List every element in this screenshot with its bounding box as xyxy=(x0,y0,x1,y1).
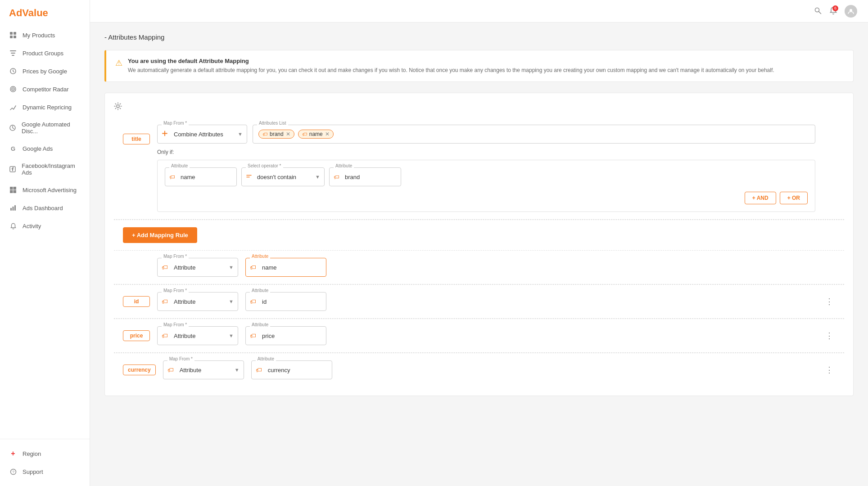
dropdown-arrow-title: ▼ xyxy=(238,131,243,137)
map-from-field-title: Map From * Combine Attributes ▼ xyxy=(157,125,247,144)
google-auto-icon xyxy=(9,124,16,132)
attribute-input-id[interactable]: 🏷 id xyxy=(245,292,326,311)
title-fields-row: Map From * Combine Attributes ▼ xyxy=(157,125,815,144)
operator-arrow: ▼ xyxy=(315,174,320,180)
and-button[interactable]: + AND xyxy=(745,192,776,204)
attribute-input-currency[interactable]: 🏷 currency xyxy=(251,360,332,379)
combine-icon xyxy=(162,130,168,138)
more-button-id[interactable]: ⋮ xyxy=(823,295,835,308)
attribute-input-price[interactable]: 🏷 price xyxy=(245,326,326,345)
map-from-select-currency[interactable]: 🏷 Attribute ▼ xyxy=(163,360,244,379)
svg-rect-10 xyxy=(10,187,13,190)
sidebar-item-support[interactable]: ? Support xyxy=(0,463,90,481)
gear-row xyxy=(114,102,844,112)
attribute-field-currency: Attribute 🏷 currency xyxy=(251,360,332,379)
condition-row: Attribute 🏷 name Select operator * xyxy=(165,167,808,186)
chip-brand-label: brand xyxy=(270,131,284,137)
sidebar-item-google-automated[interactable]: Google Automated Disc... xyxy=(0,116,90,140)
map-from-field-unnamed: Map From * 🏷 Attribute ▼ xyxy=(157,258,238,277)
condition-attr2-label: Attribute xyxy=(334,163,354,168)
sidebar-item-google-ads[interactable]: G Google Ads xyxy=(0,140,90,158)
attribute-value-currency: currency xyxy=(268,367,290,374)
svg-text:?: ? xyxy=(12,470,14,474)
svg-rect-15 xyxy=(13,207,14,211)
svg-rect-2 xyxy=(10,36,13,38)
chip-name: 🏷 name ✕ xyxy=(298,130,334,139)
sidebar-label-prices-by-google: Prices by Google xyxy=(23,68,67,75)
attribute-input-unnamed[interactable]: 🏷 name xyxy=(245,258,326,277)
settings-button[interactable] xyxy=(114,102,122,112)
more-button-currency[interactable]: ⋮ xyxy=(823,363,835,377)
key-icon[interactable] xyxy=(814,6,822,16)
sidebar-item-product-groups[interactable]: Product Groups xyxy=(0,44,90,62)
map-from-select-price[interactable]: 🏷 Attribute ▼ xyxy=(157,326,238,345)
attribute-field-price: Attribute 🏷 price xyxy=(245,326,326,345)
sidebar-item-activity[interactable]: Activity xyxy=(0,217,90,235)
map-from-label-id: Map From * xyxy=(162,288,189,293)
map-from-value-title: Combine Attributes xyxy=(174,131,223,138)
map-from-value-currency: Attribute xyxy=(180,367,201,374)
or-button[interactable]: + OR xyxy=(780,192,808,204)
attribute-label-currency: Attribute xyxy=(256,356,276,361)
radar-icon xyxy=(9,85,17,93)
svg-point-7 xyxy=(13,89,14,90)
sidebar-label-google-automated: Google Automated Disc... xyxy=(22,121,81,135)
sidebar-label-support: Support xyxy=(23,468,43,475)
price-tag: price xyxy=(123,330,150,341)
condition-attr1-input[interactable]: 🏷 name xyxy=(165,167,237,186)
title-mapping-section: title Map From * Combine Attributes xyxy=(114,117,844,220)
tag-icon-id: 🏷 xyxy=(162,298,168,305)
filter-icon xyxy=(9,49,17,57)
sidebar-item-region[interactable]: + Region xyxy=(0,445,90,463)
microsoft-icon xyxy=(9,186,17,194)
map-from-field-price: Map From * 🏷 Attribute ▼ xyxy=(157,326,238,345)
sidebar-bottom: + Region ? Support xyxy=(0,439,90,486)
sidebar-label-microsoft-advertising: Microsoft Advertising xyxy=(23,187,77,194)
tag-icon-attr-unnamed: 🏷 xyxy=(250,264,256,271)
dashboard-icon xyxy=(9,204,17,212)
logo: AdValue xyxy=(0,0,90,26)
tag-chip-icon-name: 🏷 xyxy=(302,131,307,137)
chip-brand-close[interactable]: ✕ xyxy=(286,131,290,137)
id-mapping-row: id Map From * 🏷 Attribute ▼ Attribute 🏷 … xyxy=(114,285,844,319)
condition-attr2-input[interactable]: 🏷 brand xyxy=(329,167,401,186)
banner-content: You are using the default Attribute Mapp… xyxy=(128,58,774,74)
map-from-select-unnamed[interactable]: 🏷 Attribute ▼ xyxy=(157,258,238,277)
svg-rect-1 xyxy=(14,32,16,35)
sidebar-item-facebook-ads[interactable]: Facebook/Instagram Ads xyxy=(0,158,90,181)
notification-icon[interactable]: 6 xyxy=(829,6,837,16)
operator-value: doesn't contain xyxy=(257,174,296,180)
tag-icon-currency: 🏷 xyxy=(167,366,174,374)
map-from-value-unnamed: Attribute xyxy=(174,264,195,271)
tag-icon-attr-currency: 🏷 xyxy=(256,366,262,374)
repricing-icon xyxy=(9,103,17,111)
user-avatar[interactable] xyxy=(845,5,857,18)
sidebar-item-ads-dashboard[interactable]: Ads Dashboard xyxy=(0,199,90,217)
tag-icon-price: 🏷 xyxy=(162,332,168,339)
title-tag: title xyxy=(123,134,150,144)
only-if-section: Only if: Attribute 🏷 name xyxy=(157,149,815,212)
sidebar-label-product-groups: Product Groups xyxy=(23,50,63,57)
logic-buttons: + AND + OR xyxy=(165,192,808,204)
sidebar-label-region: Region xyxy=(23,450,41,457)
info-banner: ⚠ You are using the default Attribute Ma… xyxy=(104,50,854,82)
sidebar-item-my-products[interactable]: My Products xyxy=(0,26,90,44)
sidebar-item-prices-by-google[interactable]: Prices by Google xyxy=(0,62,90,80)
map-from-select-id[interactable]: 🏷 Attribute ▼ xyxy=(157,292,238,311)
attributes-list-input[interactable]: 🏷 brand ✕ 🏷 name ✕ xyxy=(253,125,815,144)
sidebar: AdValue My Products Product Groups Price… xyxy=(0,0,90,486)
chip-name-close[interactable]: ✕ xyxy=(325,131,330,137)
sidebar-item-competitor-radar[interactable]: Competitor Radar xyxy=(0,80,90,98)
sidebar-item-microsoft-advertising[interactable]: Microsoft Advertising xyxy=(0,181,90,199)
add-mapping-rule-button[interactable]: + Add Mapping Rule xyxy=(123,227,197,243)
sidebar-item-dynamic-repricing[interactable]: Dynamic Repricing xyxy=(0,98,90,116)
map-from-select-title[interactable]: Combine Attributes ▼ xyxy=(157,125,247,144)
attribute-field-unnamed: Attribute 🏷 name xyxy=(245,258,326,277)
bell-icon xyxy=(9,222,17,230)
operator-select[interactable]: doesn't contain ▼ xyxy=(241,167,325,186)
map-from-label-currency: Map From * xyxy=(167,356,194,361)
dropdown-arrow-price: ▼ xyxy=(229,333,234,338)
more-button-price[interactable]: ⋮ xyxy=(823,329,835,342)
logo-suffix: Value xyxy=(22,7,48,18)
main-content: 6 - Attributes Mapping ⚠ You are using t… xyxy=(90,0,868,486)
